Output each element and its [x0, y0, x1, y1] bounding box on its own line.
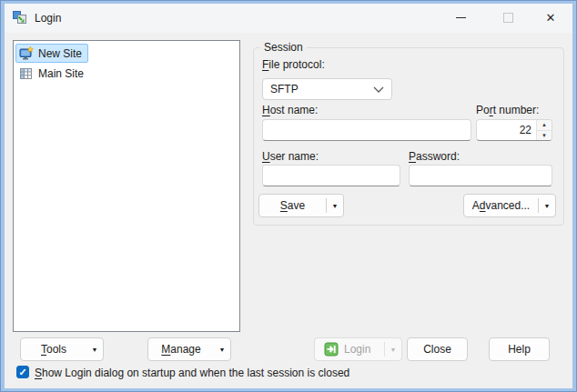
manage-button-label: Manage	[148, 343, 214, 356]
close-button[interactable]: Close	[407, 337, 468, 361]
session-group-label: Session	[260, 41, 307, 54]
titlebar[interactable]: Login ✕	[5, 4, 572, 33]
main-site-icon	[19, 66, 34, 81]
tools-button[interactable]: Tools ▼	[20, 337, 104, 361]
port-spinner[interactable]: ▲ ▼	[536, 120, 552, 140]
file-protocol-value: SFTP	[270, 83, 373, 95]
site-item-label: New Site	[38, 47, 82, 60]
advanced-button[interactable]: Advanced... ▼	[463, 194, 556, 217]
dropdown-arrow-icon: ▼	[214, 347, 230, 353]
user-name-label: User name:	[262, 150, 319, 163]
maximize-icon	[503, 13, 513, 23]
minimize-icon	[456, 17, 466, 18]
winscp-app-icon	[13, 11, 27, 25]
site-list-item-main-site[interactable]: Main Site	[15, 64, 90, 83]
login-button[interactable]: Login ▼	[314, 337, 402, 361]
dropdown-arrow-icon[interactable]: ▼	[385, 347, 401, 353]
spinner-up-icon[interactable]: ▲	[537, 120, 552, 131]
manage-button[interactable]: Manage ▼	[147, 337, 231, 361]
host-name-label: Host name:	[262, 104, 318, 116]
port-number-label: Port number:	[476, 104, 539, 116]
new-site-icon	[19, 46, 34, 61]
dropdown-arrow-icon: ▼	[86, 347, 103, 353]
site-item-label: Main Site	[38, 67, 84, 80]
show-login-dialog-label[interactable]: Show Login dialog on startup and when th…	[35, 367, 349, 379]
password-label: Password:	[409, 150, 460, 163]
close-window-button[interactable]: ✕	[537, 5, 564, 31]
file-protocol-select[interactable]: SFTP	[262, 78, 392, 100]
site-list-item-new-site[interactable]: New Site	[15, 44, 88, 63]
login-dialog: Login ✕	[5, 4, 572, 388]
dropdown-arrow-icon[interactable]: ▼	[327, 203, 343, 209]
port-number-stepper[interactable]: ▲ ▼	[476, 119, 552, 141]
site-list[interactable]: New Site Main Site	[13, 40, 240, 332]
file-protocol-label: File protocol:	[262, 58, 325, 71]
help-button-label: Help	[490, 343, 549, 356]
help-button[interactable]: Help	[489, 337, 550, 361]
user-name-input[interactable]	[262, 165, 400, 186]
show-login-dialog-checkbox[interactable]: ✓	[16, 366, 29, 378]
tools-button-label: Tools	[21, 343, 86, 356]
login-icon	[324, 342, 339, 357]
login-button-label: Login	[344, 343, 384, 356]
advanced-button-label: Advanced...	[464, 199, 538, 212]
minimize-button[interactable]	[447, 5, 474, 31]
chevron-down-icon	[373, 83, 384, 95]
spinner-down-icon[interactable]: ▼	[537, 131, 552, 141]
maximize-button	[494, 5, 521, 31]
port-number-input[interactable]	[477, 120, 536, 140]
password-input[interactable]	[409, 165, 552, 186]
host-name-input[interactable]	[262, 119, 471, 141]
save-button[interactable]: Save ▼	[258, 194, 344, 217]
close-icon: ✕	[546, 12, 556, 24]
window-frame: Login ✕	[0, 0, 577, 392]
window-title: Login	[35, 12, 61, 25]
close-button-label: Close	[408, 343, 467, 356]
checkmark-icon: ✓	[18, 367, 26, 377]
dropdown-arrow-icon[interactable]: ▼	[539, 203, 555, 209]
save-button-label: Save	[259, 199, 326, 212]
